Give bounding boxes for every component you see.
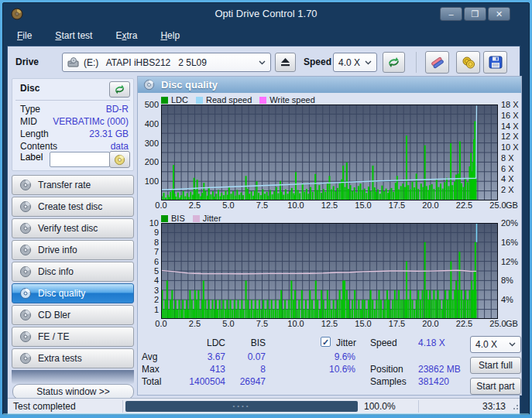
samples-stat-value: 381420 bbox=[418, 376, 449, 387]
menu-file[interactable]: File bbox=[14, 29, 35, 43]
resize-grip[interactable] bbox=[512, 405, 518, 411]
label-input[interactable] bbox=[50, 152, 110, 167]
legend-write-speed: Write speed bbox=[259, 95, 315, 104]
sidebar-item-cd-bler[interactable]: CD Bler bbox=[12, 305, 134, 325]
sidebar-item-label: Disc info bbox=[38, 266, 74, 277]
elapsed-time: 33:13 bbox=[482, 401, 506, 412]
statusbar-separator bbox=[122, 400, 123, 413]
x-axis-unit: GB bbox=[506, 200, 518, 210]
sidebar-item-extra-tests[interactable]: Extra tests bbox=[12, 348, 134, 368]
legend-ldc: LDC bbox=[161, 95, 188, 104]
speed-stat-label: Speed bbox=[370, 337, 397, 348]
sidebar-item-label: Disc quality bbox=[38, 288, 85, 299]
mid-value: VERBATIMc (000) bbox=[53, 116, 129, 127]
avg-row-label: Avg bbox=[142, 351, 157, 362]
sidebar-item-fe-te[interactable]: FE / TE bbox=[12, 327, 134, 347]
statusbar-separator bbox=[418, 400, 419, 413]
start-full-button[interactable]: Start full bbox=[470, 357, 521, 374]
erase-disc-button[interactable] bbox=[425, 51, 449, 74]
drive-select[interactable]: (E:) ATAPI iHBS212 2 5L09 bbox=[62, 53, 271, 72]
speed-select[interactable]: 4.0 X bbox=[333, 53, 377, 72]
statusbar: Test completed •••• 100.0% 33:13 bbox=[8, 398, 520, 413]
ldc-x-axis: 0.02.55.07.510.012.515.017.520.022.525.0… bbox=[140, 200, 521, 211]
sidebar-item-label: CD Bler bbox=[38, 310, 70, 320]
maximize-button[interactable]: ❒ bbox=[464, 7, 486, 21]
menu-extra[interactable]: Extra bbox=[112, 29, 140, 43]
y-tick-label: 4% bbox=[501, 296, 513, 304]
eject-button[interactable] bbox=[275, 53, 296, 72]
minimize-button[interactable]: – bbox=[440, 7, 462, 21]
samples-stat-label: Samples bbox=[370, 376, 407, 387]
status-window-button[interactable]: Status window >> bbox=[12, 384, 134, 399]
close-button[interactable]: ✕ bbox=[488, 7, 510, 21]
x-tick-label: 15.0 bbox=[355, 200, 371, 210]
max-bis-value: 8 bbox=[231, 364, 266, 375]
legend-jitter: Jitter bbox=[193, 214, 221, 223]
coins-icon bbox=[461, 56, 476, 70]
x-tick-label: 15.0 bbox=[355, 319, 371, 328]
chevron-down-icon bbox=[259, 60, 266, 65]
test-speed-select[interactable]: 4.0 X bbox=[470, 336, 521, 353]
progress-bar: •••• bbox=[125, 401, 358, 412]
y-tick-label: 200 bbox=[145, 158, 159, 166]
bis-jitter-chart: BISJitter 10987654321 20%16%12%8%4% 0.02… bbox=[140, 214, 521, 329]
y-tick-label: 500 bbox=[145, 101, 159, 109]
bis-column-header: BIS bbox=[231, 337, 266, 348]
panel-header: Disc quality bbox=[138, 77, 521, 93]
menubar: FileStart testExtraHelp bbox=[14, 26, 183, 45]
sidebar-item-transfer-rate[interactable]: Transfer rate bbox=[12, 175, 134, 195]
disc-icon bbox=[19, 244, 32, 256]
start-part-button[interactable]: Start part bbox=[470, 378, 521, 395]
sidebar-item-disc-info[interactable]: Disc info bbox=[12, 262, 134, 282]
x-tick-label: 5.0 bbox=[222, 200, 234, 210]
x-tick-label: 10.0 bbox=[287, 200, 304, 210]
bis-x-axis: 0.02.55.07.510.012.515.017.520.022.525.0… bbox=[140, 319, 521, 329]
disc-mid-row: MID VERBATIMc (000) bbox=[20, 116, 129, 128]
max-ldc-value: 413 bbox=[173, 364, 225, 375]
refresh-drives-button[interactable] bbox=[383, 52, 405, 73]
speed-stat-value: 4.18 X bbox=[418, 337, 445, 348]
y-tick-label: 100 bbox=[145, 177, 159, 186]
menu-help[interactable]: Help bbox=[157, 29, 183, 43]
disc-icon bbox=[19, 287, 32, 300]
mid-label: MID bbox=[20, 116, 37, 127]
sidebar-item-verify-test-disc[interactable]: Verify test disc bbox=[12, 218, 134, 238]
x-tick-label: 25.0 bbox=[489, 200, 506, 210]
disc-quality-icon bbox=[143, 79, 155, 91]
jitter-checkbox[interactable]: ✓ bbox=[321, 337, 331, 347]
y-tick-label: 3 bbox=[154, 286, 159, 295]
x-tick-label: 7.5 bbox=[256, 200, 268, 210]
disc-info-panel: Disc Type BD-R MID VERBATIMc (00 bbox=[12, 78, 134, 171]
titlebar[interactable]: Opti Drive Control 1.70 – ❒ ✕ bbox=[3, 3, 529, 25]
sidebar-item-create-test-disc[interactable]: Create test disc bbox=[12, 197, 134, 217]
y-tick-label: 8 X bbox=[501, 154, 514, 163]
refresh-icon bbox=[114, 84, 125, 95]
disc-label-button[interactable] bbox=[109, 151, 130, 168]
y-tick-label: 6 bbox=[154, 258, 159, 266]
menu-start-test[interactable]: Start test bbox=[52, 29, 95, 43]
y-tick-label: 300 bbox=[145, 139, 159, 148]
sidebar-item-label: Create test disc bbox=[38, 201, 102, 212]
y-tick-label: 9 bbox=[154, 228, 159, 237]
disc-icon bbox=[19, 309, 32, 321]
sidebar-item-label: Verify test disc bbox=[38, 223, 98, 234]
legend-bis: BIS bbox=[161, 214, 185, 223]
ldc-column-header: LDC bbox=[173, 337, 225, 348]
y-tick-label: 8% bbox=[501, 276, 513, 285]
refresh-disc-button[interactable] bbox=[109, 81, 130, 98]
eraser-icon bbox=[430, 56, 445, 70]
sidebar-item-drive-info[interactable]: Drive info bbox=[12, 240, 134, 260]
save-button[interactable] bbox=[483, 51, 507, 74]
sidebar-item-disc-quality[interactable]: Disc quality bbox=[12, 283, 134, 303]
x-tick-label: 20.0 bbox=[422, 319, 438, 328]
x-tick-label: 22.5 bbox=[456, 200, 472, 210]
x-tick-label: 7.5 bbox=[256, 319, 268, 328]
y-tick-label: 5 bbox=[154, 267, 159, 276]
type-value: BD-R bbox=[106, 104, 129, 115]
contents-value: data bbox=[111, 141, 129, 152]
length-value: 23.31 GB bbox=[89, 128, 129, 139]
speed-label: Speed bbox=[304, 57, 331, 67]
donate-button[interactable] bbox=[456, 51, 480, 74]
y-tick-label: 14 X bbox=[501, 122, 519, 131]
chevron-down-icon bbox=[509, 342, 516, 347]
